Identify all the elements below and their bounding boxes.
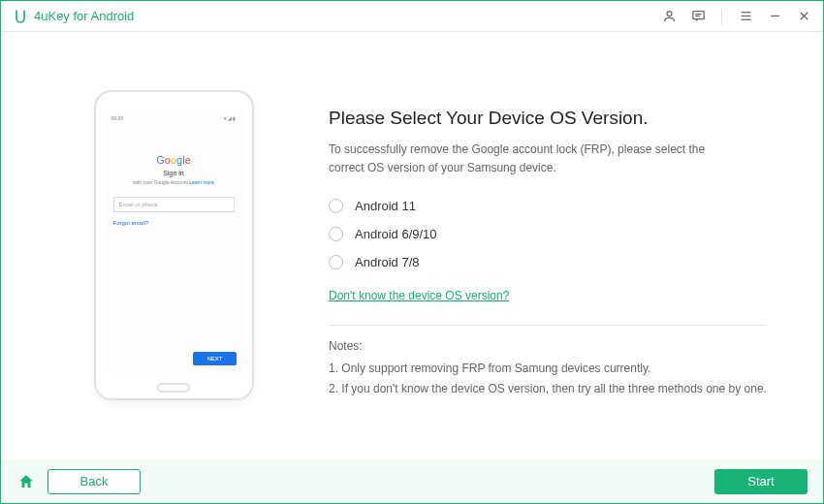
home-icon[interactable]	[16, 472, 36, 491]
phone-time: 09:00	[111, 115, 124, 121]
os-option-label: Android 11	[355, 199, 416, 213]
titlebar: 4uKey for Android	[1, 1, 823, 32]
radio-icon	[329, 199, 343, 213]
close-icon[interactable]	[796, 9, 811, 24]
app-logo-icon	[13, 9, 28, 24]
phone-status-icons: ▾ ◢ ▮	[224, 115, 237, 121]
intro-text: To successfully remove the Google accoun…	[329, 141, 736, 177]
os-option-label: Android 7/8	[355, 255, 420, 269]
titlebar-divider	[721, 9, 722, 24]
os-option-android-6-9-10[interactable]: Android 6/9/10	[329, 227, 767, 241]
os-option-label: Android 6/9/10	[355, 227, 437, 241]
page-heading: Please Select Your Device OS Version.	[329, 108, 767, 129]
os-options-group: Android 11 Android 6/9/10 Android 7/8	[329, 199, 767, 269]
back-button-label: Back	[80, 474, 109, 488]
start-button-label: Start	[747, 474, 774, 488]
os-option-android-7-8[interactable]: Android 7/8	[329, 255, 767, 269]
note-line: 2. If you don't know the device OS versi…	[329, 379, 767, 398]
svg-rect-1	[692, 12, 703, 19]
phone-next-button: NEXT	[193, 352, 236, 365]
main-area: 09:00 ▾ ◢ ▮ Google Sign in with your Goo…	[1, 32, 823, 460]
radio-icon	[329, 255, 343, 269]
notes-divider	[329, 325, 767, 326]
phone-status-bar: 09:00 ▾ ◢ ▮	[110, 115, 238, 125]
phone-forgot-link: Forgot email?	[113, 220, 235, 226]
minimize-icon[interactable]	[767, 9, 782, 24]
back-button[interactable]: Back	[48, 469, 141, 494]
notes-heading: Notes:	[329, 339, 767, 353]
title-right	[661, 9, 811, 24]
device-preview-pane: 09:00 ▾ ◢ ▮ Google Sign in with your Goo…	[28, 61, 319, 460]
note-line: 1. Only support removing FRP from Samung…	[329, 359, 767, 378]
content-pane: Please Select Your Device OS Version. To…	[319, 61, 796, 460]
phone-signin-sub: with your Google Account Learn more	[110, 179, 238, 185]
os-option-android-11[interactable]: Android 11	[329, 199, 767, 213]
help-link-os-version[interactable]: Don't know the device OS version?	[329, 289, 509, 302]
account-icon[interactable]	[661, 9, 677, 24]
svg-point-0	[667, 12, 672, 16]
phone-frame: 09:00 ▾ ◢ ▮ Google Sign in with your Goo…	[94, 90, 254, 400]
start-button[interactable]: Start	[714, 469, 808, 494]
phone-home-button	[157, 383, 190, 393]
menu-icon[interactable]	[738, 9, 753, 24]
phone-screen: 09:00 ▾ ◢ ▮ Google Sign in with your Goo…	[104, 110, 244, 373]
phone-email-input: Email or phone	[113, 197, 235, 212]
title-left: 4uKey for Android	[13, 9, 134, 24]
google-logo: Google	[110, 154, 238, 166]
footer-bar: Back Start	[1, 459, 823, 503]
feedback-icon[interactable]	[690, 9, 706, 24]
phone-signin-heading: Sign in	[110, 170, 238, 176]
app-title: 4uKey for Android	[34, 9, 134, 23]
radio-icon	[329, 227, 343, 241]
